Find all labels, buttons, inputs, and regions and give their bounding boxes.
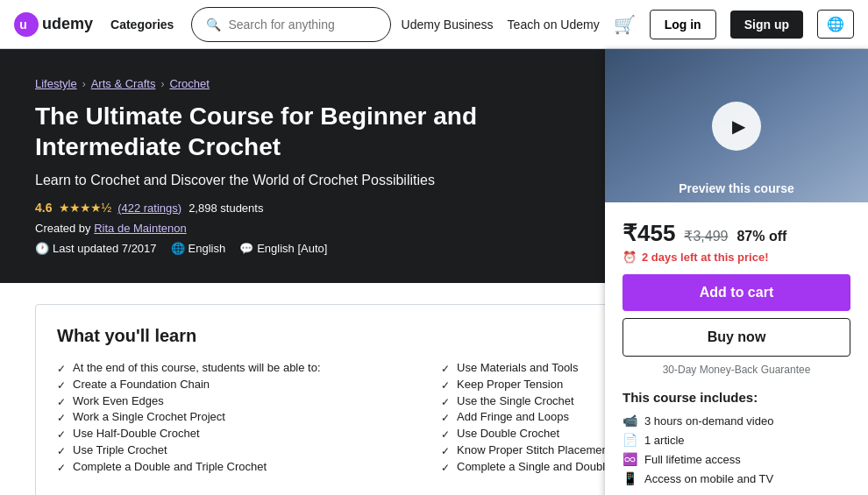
cc-icon: 💬 bbox=[239, 242, 253, 255]
includes-list: 📹 3 hours on-demand video 📄 1 article ♾️… bbox=[623, 414, 850, 485]
video-card: Preview this course ₹455 ₹3,499 87% off … bbox=[605, 49, 868, 495]
video-icon: 📹 bbox=[623, 414, 637, 428]
logo-text: udemy bbox=[42, 15, 93, 33]
signup-button[interactable]: Sign up bbox=[730, 11, 803, 39]
categories-button[interactable]: Categories bbox=[103, 18, 181, 32]
check-icon: ✓ bbox=[57, 461, 66, 476]
list-item: ✓ Use Half-Double Crochet bbox=[57, 426, 427, 442]
captions-meta: 💬 English [Auto] bbox=[239, 242, 327, 255]
last-updated-text: Last updated 7/2017 bbox=[53, 242, 157, 255]
list-item: ✓ Create a Foundation Chain bbox=[57, 377, 427, 393]
check-icon: ✓ bbox=[441, 444, 450, 459]
last-updated: 🕐 Last updated 7/2017 bbox=[35, 242, 157, 255]
buy-now-button[interactable]: Buy now bbox=[623, 318, 850, 357]
globe-meta-icon: 🌐 bbox=[171, 242, 185, 255]
created-by-label: Created by bbox=[35, 222, 91, 235]
course-title: The Ultimate Course for Beginner and Int… bbox=[35, 101, 579, 162]
learn-item-3: Work a Single Crochet Project bbox=[73, 409, 225, 425]
svg-text:u: u bbox=[19, 18, 27, 32]
learn-item-0: At the end of this course, students will… bbox=[73, 360, 321, 376]
check-icon: ✓ bbox=[441, 428, 450, 442]
search-input[interactable] bbox=[228, 18, 375, 32]
check-icon: ✓ bbox=[57, 362, 66, 377]
captions-text: English [Auto] bbox=[257, 242, 327, 255]
check-icon: ✓ bbox=[441, 378, 450, 393]
breadcrumb-crochet[interactable]: Crochet bbox=[169, 77, 210, 90]
learn-item-4: Use Half-Double Crochet bbox=[73, 426, 200, 442]
udemy-logo-icon: u bbox=[14, 12, 39, 37]
learn-item-6: Complete a Double and Triple Crochet bbox=[73, 459, 267, 475]
breadcrumb-arts[interactable]: Arts & Crafts bbox=[91, 77, 156, 90]
learn-right-4: Use Double Crochet bbox=[457, 426, 559, 442]
nav-teach[interactable]: Teach on Udemy bbox=[508, 18, 600, 32]
learn-right-1: Keep Proper Tension bbox=[457, 377, 563, 392]
stars-icon: ★★★★½ bbox=[59, 201, 110, 215]
list-item: ✓ Work a Single Crochet Project bbox=[57, 409, 427, 426]
breadcrumb-lifestyle[interactable]: Lifestyle bbox=[35, 77, 77, 90]
search-bar: 🔍 bbox=[191, 7, 390, 42]
list-item: ✓ Complete a Double and Triple Crochet bbox=[57, 459, 427, 476]
rating-score: 4.6 bbox=[35, 201, 52, 215]
course-subtitle: Learn to Crochet and Discover the World … bbox=[35, 173, 579, 188]
list-item: ✓ Use Triple Crochet bbox=[57, 442, 427, 459]
language-meta: 🌐 English bbox=[171, 242, 226, 255]
check-icon: ✓ bbox=[57, 428, 66, 442]
includes-mobile: 📱 Access on mobile and TV bbox=[623, 471, 850, 485]
countdown-timer: ⏰ 2 days left at this price! bbox=[623, 251, 850, 264]
breadcrumb-sep-2: › bbox=[160, 78, 164, 90]
article-icon: 📄 bbox=[623, 433, 637, 447]
alarm-icon: ⏰ bbox=[623, 251, 637, 264]
includes-mobile-text: Access on mobile and TV bbox=[644, 472, 773, 485]
video-thumbnail[interactable]: Preview this course bbox=[605, 49, 868, 202]
includes-article-text: 1 article bbox=[644, 434, 685, 447]
check-icon: ✓ bbox=[57, 444, 66, 459]
mobile-icon: 📱 bbox=[623, 471, 637, 485]
timer-text: 2 days left at this price! bbox=[642, 251, 769, 264]
play-button[interactable] bbox=[712, 102, 761, 151]
breadcrumb-sep-1: › bbox=[82, 78, 86, 90]
infinity-icon: ♾️ bbox=[623, 452, 637, 466]
pricing-panel: ₹455 ₹3,499 87% off ⏰ 2 days left at thi… bbox=[605, 202, 868, 495]
check-icon: ✓ bbox=[441, 362, 450, 377]
learn-item-5: Use Triple Crochet bbox=[73, 442, 167, 458]
search-icon: 🔍 bbox=[206, 18, 221, 32]
add-to-cart-button[interactable]: Add to cart bbox=[623, 274, 850, 311]
language-text: English bbox=[189, 242, 226, 255]
hero-section: Lifestyle › Arts & Crafts › Crochet The … bbox=[0, 49, 868, 283]
preview-label: Preview this course bbox=[679, 181, 794, 195]
original-price: ₹3,499 bbox=[684, 228, 728, 244]
breadcrumb: Lifestyle › Arts & Crafts › Crochet bbox=[35, 77, 579, 90]
price-row: ₹455 ₹3,499 87% off bbox=[623, 220, 850, 247]
nav-links: Udemy Business Teach on Udemy 🛒 Log in S… bbox=[402, 10, 854, 39]
check-icon: ✓ bbox=[57, 378, 66, 393]
learn-right-5: Know Proper Stitch Placement bbox=[457, 442, 611, 458]
rating-count[interactable]: (422 ratings) bbox=[117, 202, 181, 215]
learn-right-3: Add Fringe and Loops bbox=[457, 409, 569, 425]
creator-line: Created by Rita de Maintenon bbox=[35, 222, 579, 235]
navbar: u udemy Categories 🔍 Udemy Business Teac… bbox=[0, 0, 868, 49]
learn-item-2: Work Even Edges bbox=[73, 393, 164, 409]
learn-col-left: ✓ At the end of this course, students wi… bbox=[57, 360, 427, 476]
creator-name[interactable]: Rita de Maintenon bbox=[94, 222, 187, 235]
list-item: ✓ Work Even Edges bbox=[57, 393, 427, 410]
hero-content: Lifestyle › Arts & Crafts › Crochet The … bbox=[35, 77, 579, 255]
rating-row: 4.6 ★★★★½ (422 ratings) 2,898 students bbox=[35, 201, 579, 215]
clock-icon: 🕐 bbox=[35, 242, 49, 255]
check-icon: ✓ bbox=[57, 395, 66, 410]
language-button[interactable]: 🌐 bbox=[817, 10, 854, 39]
nav-udemy-business[interactable]: Udemy Business bbox=[402, 18, 494, 32]
login-button[interactable]: Log in bbox=[650, 10, 716, 39]
udemy-logo[interactable]: u udemy bbox=[14, 12, 93, 37]
includes-video-text: 3 hours on-demand video bbox=[644, 414, 773, 428]
includes-lifetime: ♾️ Full lifetime access bbox=[623, 452, 850, 466]
check-icon: ✓ bbox=[441, 395, 450, 410]
student-count: 2,898 students bbox=[189, 202, 263, 215]
includes-article: 📄 1 article bbox=[623, 433, 850, 447]
learn-right-2: Use the Single Crochet bbox=[457, 393, 574, 409]
includes-lifetime-text: Full lifetime access bbox=[644, 453, 741, 466]
check-icon: ✓ bbox=[57, 411, 66, 426]
includes-title: This course includes: bbox=[623, 390, 850, 405]
cart-icon[interactable]: 🛒 bbox=[614, 14, 636, 35]
includes-video: 📹 3 hours on-demand video bbox=[623, 414, 850, 428]
check-icon: ✓ bbox=[441, 411, 450, 426]
